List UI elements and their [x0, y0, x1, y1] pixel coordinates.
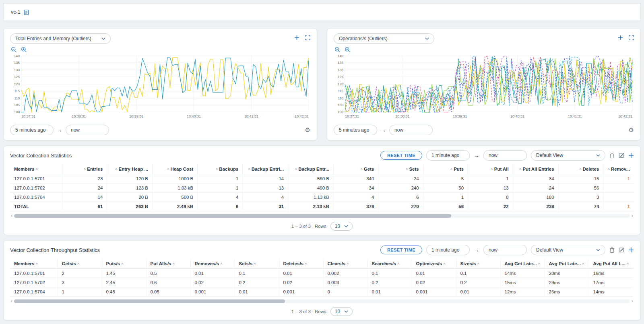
time-from-input[interactable]	[426, 245, 470, 255]
expand-icon[interactable]	[629, 35, 634, 40]
scrollbar-track[interactable]	[14, 214, 630, 218]
add-widget-icon[interactable]	[628, 153, 634, 158]
column-header[interactable]: Put Alls/s ^	[146, 259, 190, 269]
pagination: 1 – 3 of 3 Rows 10	[10, 304, 634, 318]
column-header[interactable]: Members ^	[10, 259, 58, 269]
column-header[interactable]: ^ Put All Entries	[513, 164, 558, 174]
sort-caret[interactable]: ^	[450, 167, 452, 171]
column-header[interactable]: ^ Gets	[334, 164, 378, 174]
sort-caret[interactable]: ^	[347, 262, 349, 266]
column-header[interactable]: Avg Put All L... ^	[589, 259, 633, 269]
operations-chart[interactable]: 14013513012512011511010510010:37:3110:38…	[334, 54, 634, 122]
column-header[interactable]: ^ Heap Cost	[153, 164, 198, 174]
expand-icon[interactable]	[305, 35, 310, 40]
metric-selector[interactable]: Operations/s (Outliers)	[334, 33, 434, 44]
time-from-input[interactable]	[334, 125, 377, 135]
sort-caret[interactable]: ^	[295, 167, 297, 171]
edit-icon[interactable]	[619, 153, 624, 158]
time-from-input[interactable]	[10, 125, 54, 135]
column-header[interactable]: Sizes/s ^	[456, 259, 500, 269]
sort-caret[interactable]: ^	[115, 167, 117, 171]
sort-caret[interactable]: ^	[627, 262, 629, 266]
column-header[interactable]: Avg Get Late... ^	[500, 259, 545, 269]
add-chart-icon[interactable]	[618, 35, 623, 40]
column-header[interactable]: ^ Backup Entr...	[288, 164, 334, 174]
column-header[interactable]: ^ Backups	[198, 164, 243, 174]
sort-caret[interactable]: ^	[121, 262, 123, 266]
column-header[interactable]: Members ^	[10, 164, 62, 174]
scrollbar-track[interactable]	[14, 299, 630, 303]
scroll-right-icon[interactable]: ›	[632, 299, 633, 303]
column-header[interactable]: ^ Entry Heap ...	[107, 164, 153, 174]
sort-caret[interactable]: ^	[173, 262, 175, 266]
time-to-input[interactable]	[389, 125, 433, 135]
sort-caret[interactable]: ^	[36, 262, 38, 266]
sort-caret[interactable]: ^	[397, 262, 399, 266]
gear-icon[interactable]: ⚙	[305, 126, 310, 134]
column-header[interactable]: ^ Remov...	[603, 164, 634, 174]
time-to-input[interactable]	[66, 125, 109, 135]
column-header[interactable]: ^ Deletes	[558, 164, 603, 174]
column-header[interactable]: ^ Sets	[378, 164, 423, 174]
column-header[interactable]: Avg Put Late... ^	[545, 259, 589, 269]
column-header[interactable]: ^ Put All	[468, 164, 513, 174]
sort-caret[interactable]: ^	[607, 167, 609, 171]
sort-caret[interactable]: ^	[360, 167, 362, 171]
sort-caret[interactable]: ^	[519, 167, 521, 171]
scroll-left-icon[interactable]: ‹	[11, 299, 12, 303]
zoom-out-icon[interactable]	[11, 47, 17, 53]
sort-caret[interactable]: ^	[84, 167, 86, 171]
edit-icon[interactable]	[619, 247, 624, 253]
column-header[interactable]: Searches/s ^	[367, 259, 412, 269]
sort-caret[interactable]: ^	[579, 167, 581, 171]
trash-icon[interactable]	[609, 247, 615, 253]
sort-caret[interactable]: ^	[491, 167, 493, 171]
column-header[interactable]: ^ Entries	[62, 164, 107, 174]
sort-caret[interactable]: ^	[305, 262, 307, 266]
sort-caret[interactable]: ^	[248, 167, 250, 171]
column-header[interactable]: ^ Backup Entri...	[243, 164, 288, 174]
scrollbar-thumb[interactable]	[14, 214, 451, 218]
column-header[interactable]: ^ Puts	[423, 164, 468, 174]
time-from-input[interactable]	[426, 150, 470, 161]
time-to-input[interactable]	[483, 150, 527, 161]
add-chart-icon[interactable]	[294, 35, 299, 40]
sort-caret[interactable]: ^	[443, 262, 445, 266]
zoom-in-icon[interactable]	[345, 47, 351, 53]
scroll-left-icon[interactable]: ‹	[11, 213, 12, 218]
column-header[interactable]: Puts/s ^	[102, 259, 146, 269]
zoom-out-icon[interactable]	[334, 47, 341, 53]
sort-caret[interactable]: ^	[538, 262, 540, 266]
column-header[interactable]: Optimizes/s ^	[412, 259, 456, 269]
metric-selector[interactable]: Total Entries and Memory (Outliers)	[10, 33, 111, 44]
reset-time-button[interactable]: RESET TIME	[380, 151, 422, 160]
sort-caret[interactable]: ^	[582, 262, 584, 266]
column-header[interactable]: Deletes/s ^	[279, 259, 323, 269]
sort-caret[interactable]: ^	[220, 262, 222, 266]
column-header[interactable]: Gets/s ^	[58, 259, 102, 269]
column-header[interactable]: Removes/s ^	[190, 259, 235, 269]
page-size-selector[interactable]: 10	[330, 222, 353, 231]
page-size-selector[interactable]: 10	[330, 307, 353, 316]
view-selector[interactable]: Default View	[531, 150, 605, 161]
reset-time-button[interactable]: RESET TIME	[380, 246, 422, 254]
add-widget-icon[interactable]	[628, 247, 634, 253]
document-icon[interactable]	[24, 9, 29, 15]
entries-memory-chart[interactable]: 14013513012512011511010510010:37:3110:38…	[10, 54, 310, 122]
sort-caret[interactable]: ^	[77, 262, 79, 266]
trash-icon[interactable]	[609, 153, 615, 159]
column-header[interactable]: Clears/s ^	[323, 259, 367, 269]
sort-caret[interactable]: ^	[167, 167, 169, 171]
column-header[interactable]: Sets/s ^	[235, 259, 279, 269]
zoom-in-icon[interactable]	[21, 47, 27, 53]
scrollbar-thumb[interactable]	[14, 299, 285, 303]
sort-caret[interactable]: ^	[406, 167, 408, 171]
sort-caret[interactable]: ^	[477, 262, 479, 266]
sort-caret[interactable]: ^	[216, 167, 218, 171]
sort-caret[interactable]: ^	[254, 262, 256, 266]
view-selector[interactable]: Default View	[531, 245, 605, 255]
time-to-input[interactable]	[483, 245, 527, 255]
gear-icon[interactable]: ⚙	[629, 126, 634, 134]
sort-caret[interactable]: ^	[36, 167, 38, 171]
scroll-right-icon[interactable]: ›	[632, 213, 633, 218]
